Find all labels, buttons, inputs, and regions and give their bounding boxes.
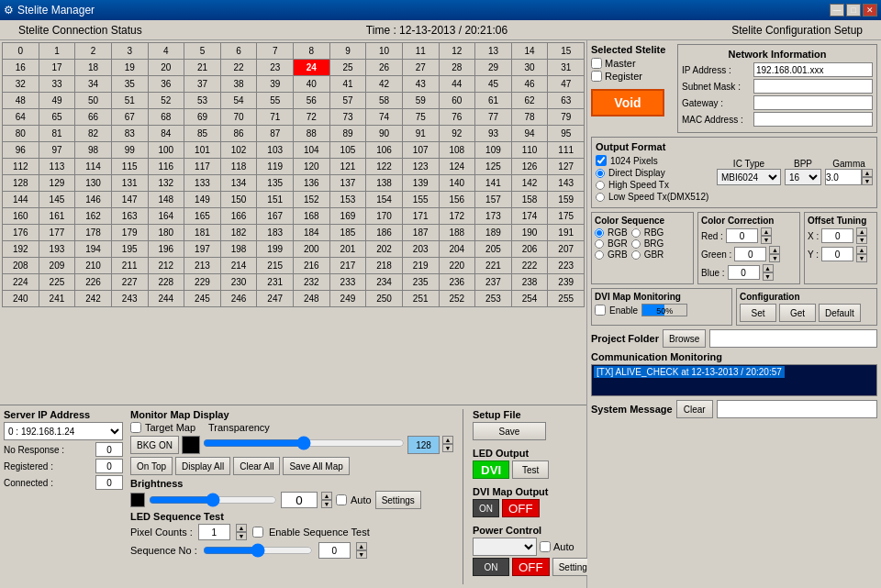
grid-cell-69[interactable]: 69 <box>184 109 221 126</box>
grid-cell-205[interactable]: 205 <box>475 241 512 258</box>
grid-cell-8[interactable]: 8 <box>294 43 330 60</box>
pixels-checkbox[interactable] <box>596 155 607 166</box>
project-folder-input[interactable] <box>709 329 877 348</box>
x-down[interactable]: ▼ <box>856 236 867 244</box>
grid-cell-51[interactable]: 51 <box>111 93 148 109</box>
grid-cell-3[interactable]: 3 <box>111 43 148 60</box>
grid-cell-143[interactable]: 143 <box>548 175 585 192</box>
no-response-value[interactable] <box>95 442 123 457</box>
set-button[interactable]: Set <box>740 304 776 322</box>
grid-cell-101[interactable]: 101 <box>184 142 221 159</box>
grid-cell-246[interactable]: 246 <box>220 291 257 307</box>
subnet-input[interactable] <box>753 79 873 94</box>
grid-cell-71[interactable]: 71 <box>257 109 294 126</box>
register-checkbox[interactable] <box>591 71 602 82</box>
grid-cell-238[interactable]: 238 <box>511 274 548 291</box>
grid-cell-2[interactable]: 2 <box>75 43 112 60</box>
grid-cell-177[interactable]: 177 <box>39 225 75 241</box>
grid-cell-88[interactable]: 88 <box>294 126 330 142</box>
grid-cell-208[interactable]: 208 <box>3 258 39 274</box>
grid-cell-251[interactable]: 251 <box>402 291 439 307</box>
grid-cell-248[interactable]: 248 <box>294 291 330 307</box>
grid-cell-92[interactable]: 92 <box>439 126 475 142</box>
grid-cell-158[interactable]: 158 <box>511 192 548 208</box>
grid-cell-183[interactable]: 183 <box>257 225 294 241</box>
grid-cell-213[interactable]: 213 <box>184 258 221 274</box>
low-speed-radio[interactable] <box>596 193 605 202</box>
grid-cell-26[interactable]: 26 <box>366 60 403 76</box>
void-button[interactable]: Void <box>591 89 664 116</box>
dvi-on-button[interactable]: ON <box>473 499 499 517</box>
power-on-button[interactable]: ON <box>473 558 509 576</box>
grid-cell-138[interactable]: 138 <box>366 175 403 192</box>
grid-cell-250[interactable]: 250 <box>366 291 403 307</box>
grid-cell-130[interactable]: 130 <box>75 175 112 192</box>
grid-cell-83[interactable]: 83 <box>111 126 148 142</box>
on-top-button[interactable]: On Top <box>130 457 173 475</box>
bkg-on-button[interactable]: BKG ON <box>130 436 179 454</box>
grid-cell-40[interactable]: 40 <box>294 76 330 93</box>
grid-cell-45[interactable]: 45 <box>475 76 512 93</box>
clear-all-button[interactable]: Clear All <box>233 457 280 475</box>
grid-cell-34[interactable]: 34 <box>75 76 112 93</box>
grid-cell-97[interactable]: 97 <box>39 142 75 159</box>
grid-cell-242[interactable]: 242 <box>75 291 112 307</box>
grid-cell-53[interactable]: 53 <box>184 93 221 109</box>
grid-cell-245[interactable]: 245 <box>184 291 221 307</box>
test-button[interactable]: Test <box>512 460 549 479</box>
green-down[interactable]: ▼ <box>769 254 780 262</box>
grid-cell-21[interactable]: 21 <box>184 60 221 76</box>
grid-cell-149[interactable]: 149 <box>184 192 221 208</box>
grid-cell-30[interactable]: 30 <box>511 60 548 76</box>
grid-cell-240[interactable]: 240 <box>3 291 39 307</box>
grid-cell-74[interactable]: 74 <box>366 109 403 126</box>
grid-cell-48[interactable]: 48 <box>3 93 39 109</box>
grid-cell-228[interactable]: 228 <box>148 274 184 291</box>
browse-button[interactable]: Browse <box>663 329 706 348</box>
grid-cell-10[interactable]: 10 <box>366 43 403 60</box>
grid-cell-36[interactable]: 36 <box>148 76 184 93</box>
grid-cell-203[interactable]: 203 <box>402 241 439 258</box>
grid-cell-22[interactable]: 22 <box>220 60 257 76</box>
grid-cell-5[interactable]: 5 <box>184 43 221 60</box>
grid-cell-190[interactable]: 190 <box>511 225 548 241</box>
grid-cell-135[interactable]: 135 <box>257 175 294 192</box>
grid-cell-167[interactable]: 167 <box>257 208 294 225</box>
grid-cell-195[interactable]: 195 <box>111 241 148 258</box>
grid-cell-179[interactable]: 179 <box>111 225 148 241</box>
grid-cell-254[interactable]: 254 <box>511 291 548 307</box>
grid-cell-220[interactable]: 220 <box>439 258 475 274</box>
grid-cell-194[interactable]: 194 <box>75 241 112 258</box>
bpp-select[interactable]: 16 <box>785 169 821 185</box>
grid-cell-75[interactable]: 75 <box>402 109 439 126</box>
grid-cell-241[interactable]: 241 <box>39 291 75 307</box>
connected-value[interactable] <box>95 475 123 490</box>
grid-cell-62[interactable]: 62 <box>511 93 548 109</box>
grid-cell-148[interactable]: 148 <box>148 192 184 208</box>
grid-cell-237[interactable]: 237 <box>475 274 512 291</box>
grid-cell-55[interactable]: 55 <box>257 93 294 109</box>
grid-cell-52[interactable]: 52 <box>148 93 184 109</box>
gateway-input[interactable] <box>753 95 873 110</box>
grid-cell-125[interactable]: 125 <box>475 159 512 175</box>
grid-cell-29[interactable]: 29 <box>475 60 512 76</box>
grid-cell-159[interactable]: 159 <box>548 192 585 208</box>
grid-cell-162[interactable]: 162 <box>75 208 112 225</box>
grid-cell-128[interactable]: 128 <box>3 175 39 192</box>
get-button[interactable]: Get <box>779 304 816 322</box>
grid-cell-95[interactable]: 95 <box>548 126 585 142</box>
grid-cell-209[interactable]: 209 <box>39 258 75 274</box>
grid-cell-189[interactable]: 189 <box>475 225 512 241</box>
grid-cell-20[interactable]: 20 <box>148 60 184 76</box>
grid-cell-151[interactable]: 151 <box>257 192 294 208</box>
grid-cell-86[interactable]: 86 <box>220 126 257 142</box>
grid-cell-65[interactable]: 65 <box>39 109 75 126</box>
direct-display-radio[interactable] <box>596 169 605 178</box>
grid-cell-68[interactable]: 68 <box>148 109 184 126</box>
bgr-radio[interactable] <box>595 239 604 249</box>
grid-cell-145[interactable]: 145 <box>39 192 75 208</box>
grid-cell-79[interactable]: 79 <box>548 109 585 126</box>
brightness-settings-button[interactable]: Settings <box>375 491 421 509</box>
grid-cell-204[interactable]: 204 <box>439 241 475 258</box>
grid-cell-202[interactable]: 202 <box>366 241 403 258</box>
